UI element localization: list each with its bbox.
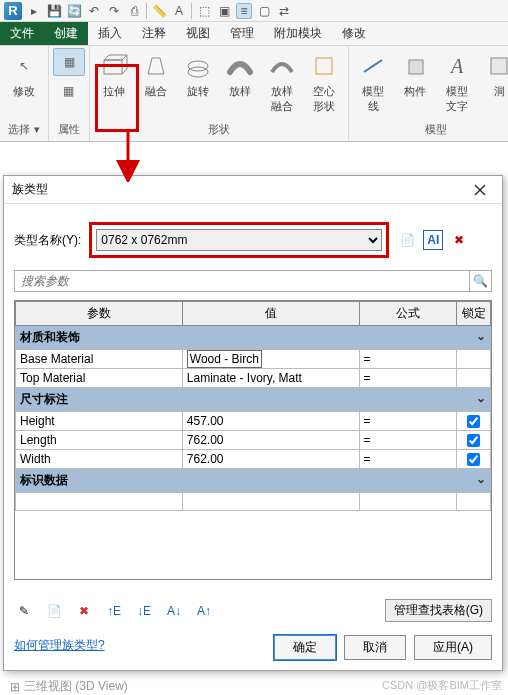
edit-param-icon[interactable]: ✎ bbox=[14, 601, 34, 621]
type-name-dropdown[interactable]: 0762 x 0762mm bbox=[96, 229, 382, 251]
open-icon[interactable]: ▸ bbox=[26, 3, 42, 19]
3d-icon[interactable]: ⬚ bbox=[196, 3, 212, 19]
table-row: Length762.00= bbox=[16, 431, 491, 450]
watermark: CSDN @极客BIM工作室 bbox=[382, 678, 502, 693]
tab-modify[interactable]: 修改 bbox=[332, 22, 376, 45]
tab-file[interactable]: 文件 bbox=[0, 22, 44, 45]
annotation-red-box-typename: 0762 x 0762mm bbox=[89, 222, 389, 258]
move-down-icon[interactable]: ↓E bbox=[134, 601, 154, 621]
ok-button[interactable]: 确定 bbox=[274, 635, 336, 660]
ribbon-tabs: 文件 创建 插入 注释 视图 管理 附加模块 修改 bbox=[0, 22, 508, 46]
tab-addins[interactable]: 附加模块 bbox=[264, 22, 332, 45]
svg-point-2 bbox=[188, 67, 208, 77]
col-lock[interactable]: 锁定 bbox=[457, 302, 491, 326]
ribbon: ↖修改 选择 ▾ ▦ ▦ 属性 拉伸 融合 旋转 放样 放样 融合 空心 形状 … bbox=[0, 46, 508, 142]
col-formula[interactable]: 公式 bbox=[359, 302, 457, 326]
blend-button[interactable]: 融合 bbox=[136, 48, 176, 101]
undo-icon[interactable]: ↶ bbox=[86, 3, 102, 19]
thin-lines-icon[interactable]: ≡ bbox=[236, 3, 252, 19]
table-header-row: 参数 值 公式 锁定 bbox=[16, 302, 491, 326]
app-logo: R bbox=[4, 2, 22, 20]
col-value[interactable]: 值 bbox=[182, 302, 359, 326]
collapse-icon[interactable]: ⌄ bbox=[476, 329, 486, 343]
panel-title-properties: 属性 bbox=[53, 120, 85, 139]
close-hidden-icon[interactable]: ▢ bbox=[256, 3, 272, 19]
tab-annotate[interactable]: 注释 bbox=[132, 22, 176, 45]
tab-view[interactable]: 视图 bbox=[176, 22, 220, 45]
panel-properties: ▦ ▦ 属性 bbox=[49, 46, 90, 141]
new-type-icon[interactable]: 📄 bbox=[397, 230, 417, 250]
type-name-label: 类型名称(Y): bbox=[14, 232, 81, 249]
search-box: 🔍 bbox=[14, 270, 492, 292]
revolve-button[interactable]: 旋转 bbox=[178, 48, 218, 101]
rename-type-icon[interactable]: AI bbox=[423, 230, 443, 250]
table-row: Height457.00= bbox=[16, 412, 491, 431]
svg-rect-0 bbox=[104, 60, 122, 74]
table-row bbox=[16, 493, 491, 511]
category-identity[interactable]: 标识数据⌄ bbox=[16, 469, 491, 493]
collapse-icon[interactable]: ⌄ bbox=[476, 391, 486, 405]
cancel-button[interactable]: 取消 bbox=[344, 635, 406, 660]
svg-rect-3 bbox=[316, 58, 332, 74]
lock-checkbox[interactable] bbox=[467, 415, 480, 428]
panel-forms: 拉伸 融合 旋转 放样 放样 融合 空心 形状 形状 bbox=[90, 46, 349, 141]
col-param[interactable]: 参数 bbox=[16, 302, 183, 326]
category-dimensions[interactable]: 尺寸标注⌄ bbox=[16, 388, 491, 412]
collapse-icon[interactable]: ⌄ bbox=[476, 472, 486, 486]
family-types-dialog: 族类型 类型名称(Y): 0762 x 0762mm 📄 AI ✖ 🔍 参数 值… bbox=[3, 175, 503, 671]
model-text-button[interactable]: A模型 文字 bbox=[437, 48, 477, 116]
extrude-button[interactable]: 拉伸 bbox=[94, 48, 134, 101]
sync-icon[interactable]: 🔄 bbox=[66, 3, 82, 19]
save-icon[interactable]: 💾 bbox=[46, 3, 62, 19]
svg-rect-4 bbox=[409, 60, 423, 74]
table-row: Width762.00= bbox=[16, 450, 491, 469]
svg-point-1 bbox=[188, 61, 208, 71]
project-browser-item[interactable]: ⊞ 三维视图 (3D View) bbox=[10, 678, 128, 695]
table-row: Top MaterialLaminate - Ivory, Matt= bbox=[16, 369, 491, 388]
redo-icon[interactable]: ↷ bbox=[106, 3, 122, 19]
apply-button[interactable]: 应用(A) bbox=[414, 635, 492, 660]
lock-checkbox[interactable] bbox=[467, 453, 480, 466]
section-icon[interactable]: ▣ bbox=[216, 3, 232, 19]
close-button[interactable] bbox=[466, 178, 494, 202]
properties-button[interactable]: ▦ bbox=[53, 48, 85, 76]
opening-button[interactable]: 洞 bbox=[479, 48, 508, 101]
panel-model: 模型 线 构件 A模型 文字 洞 模型 bbox=[349, 46, 508, 141]
sort-desc-icon[interactable]: A↑ bbox=[194, 601, 214, 621]
family-types-button[interactable]: ▦ bbox=[53, 78, 83, 104]
parameters-table: 参数 值 公式 锁定 材质和装饰⌄ Base MaterialWood - Bi… bbox=[14, 300, 492, 580]
manage-lookup-button[interactable]: 管理查找表格(G) bbox=[385, 599, 492, 622]
void-button[interactable]: 空心 形状 bbox=[304, 48, 344, 116]
panel-title-select: 选择 ▾ bbox=[4, 120, 44, 139]
print-icon[interactable]: ⎙ bbox=[126, 3, 142, 19]
swept-blend-button[interactable]: 放样 融合 bbox=[262, 48, 302, 116]
component-button[interactable]: 构件 bbox=[395, 48, 435, 101]
tab-manage[interactable]: 管理 bbox=[220, 22, 264, 45]
svg-rect-5 bbox=[491, 58, 507, 74]
search-icon[interactable]: 🔍 bbox=[469, 271, 491, 291]
lock-checkbox[interactable] bbox=[467, 434, 480, 447]
model-line-button[interactable]: 模型 线 bbox=[353, 48, 393, 116]
table-row: Base MaterialWood - Birch= bbox=[16, 350, 491, 369]
delete-param-icon[interactable]: ✖ bbox=[74, 601, 94, 621]
separator bbox=[146, 3, 147, 19]
modify-button[interactable]: ↖修改 bbox=[4, 48, 44, 101]
text-icon[interactable]: A bbox=[171, 3, 187, 19]
category-materials[interactable]: 材质和装饰⌄ bbox=[16, 326, 491, 350]
sort-asc-icon[interactable]: A↓ bbox=[164, 601, 184, 621]
help-link[interactable]: 如何管理族类型? bbox=[14, 637, 105, 654]
separator bbox=[191, 3, 192, 19]
switch-icon[interactable]: ⇄ bbox=[276, 3, 292, 19]
sweep-button[interactable]: 放样 bbox=[220, 48, 260, 101]
expand-icon[interactable]: ⊞ bbox=[10, 680, 20, 694]
search-input[interactable] bbox=[15, 274, 469, 288]
delete-type-icon[interactable]: ✖ bbox=[449, 230, 469, 250]
move-up-icon[interactable]: ↑E bbox=[104, 601, 124, 621]
close-icon bbox=[474, 184, 486, 196]
measure-icon[interactable]: 📏 bbox=[151, 3, 167, 19]
dialog-title: 族类型 bbox=[12, 181, 48, 198]
tab-insert[interactable]: 插入 bbox=[88, 22, 132, 45]
tab-create[interactable]: 创建 bbox=[44, 22, 88, 45]
quick-access-toolbar: R ▸ 💾 🔄 ↶ ↷ ⎙ 📏 A ⬚ ▣ ≡ ▢ ⇄ bbox=[0, 0, 508, 22]
new-param-icon[interactable]: 📄 bbox=[44, 601, 64, 621]
